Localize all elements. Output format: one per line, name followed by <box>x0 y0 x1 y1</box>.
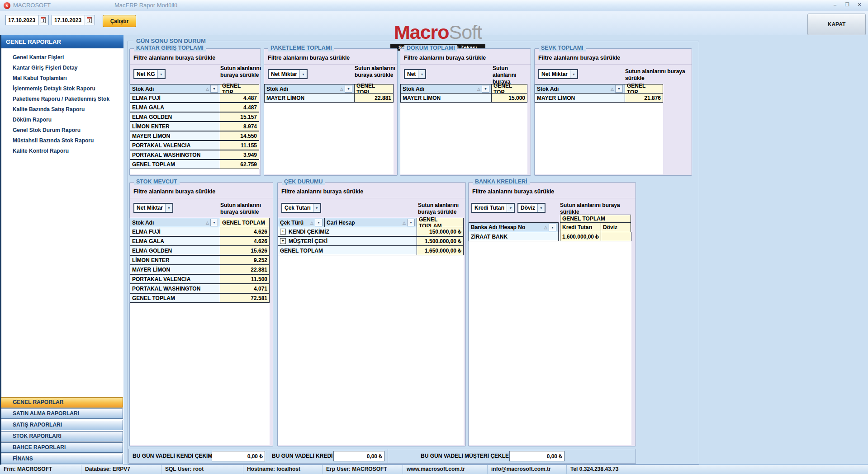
table-row: ELMA GOLDEN 15.157 <box>130 112 259 122</box>
divider <box>388 449 388 463</box>
value-column-header[interactable]: GENEL TOP... <box>625 84 663 94</box>
date-from-input[interactable] <box>7 16 39 25</box>
sub-column-header-kredi[interactable]: Kredi Tutarı <box>560 222 601 232</box>
nav-group-button[interactable]: SATIN ALMA RAPORLARI <box>1 408 123 419</box>
sidebar: GENEL RAPORLAR Genel Kantar Fişleri Kant… <box>1 35 123 465</box>
row-field-header[interactable]: Stok Adı △ ▼ <box>130 218 220 227</box>
filter-chevron-icon[interactable]: ▼ <box>615 85 623 93</box>
footer-input-kendi-cekimiz[interactable] <box>212 451 265 461</box>
row-field-header[interactable]: Stok Adı △ ▼ <box>400 84 492 94</box>
chevron-down-icon[interactable]: ▼ <box>165 204 172 212</box>
column-drop-area[interactable]: Sutun alanlarını buraya sürükle <box>625 68 691 82</box>
sort-icon: △ <box>403 221 406 225</box>
filter-drop-area[interactable]: Filtre alanlarını buraya sürükle <box>472 188 554 195</box>
status-segment: Hostname: localhost <box>243 465 323 474</box>
filter-drop-area[interactable]: Filtre alanlarını buraya sürükle <box>133 55 215 61</box>
expand-icon[interactable]: + <box>280 229 286 235</box>
measure-dropdown-kredi[interactable]: Kredi Tutarı ▼ <box>471 203 515 213</box>
sidebar-item[interactable]: Kantar Giriş Fişleri Detay <box>1 63 123 73</box>
sidebar-item[interactable]: Genel Stok Durum Raporu <box>1 125 123 136</box>
filter-drop-area[interactable]: Filtre alanlarını buraya sürükle <box>268 55 350 61</box>
date-to-field[interactable] <box>52 15 95 25</box>
sidebar-item[interactable]: Döküm Raporu <box>1 115 123 125</box>
value-column-header[interactable]: GENEL TOP... <box>491 84 527 94</box>
report-group-nav: GENEL RAPORLAR SATIN ALMA RAPORLARI SATI… <box>1 396 123 464</box>
filter-chevron-icon[interactable]: ▼ <box>210 219 218 226</box>
filter-chevron-icon[interactable]: ▼ <box>345 85 352 93</box>
row-field-header[interactable]: Stok Adı △ ▼ <box>264 84 355 94</box>
chevron-down-icon[interactable]: ▼ <box>157 70 165 78</box>
panel-sevk-toplami: SEVK TOPLAMI Filtre alanlarını buraya sü… <box>534 45 692 176</box>
measure-dropdown[interactable]: Net Miktar ▼ <box>133 203 173 213</box>
filter-chevron-icon[interactable]: ▼ <box>315 219 323 226</box>
row-field-header-cari-hesap[interactable]: Cari Hesap △ ▼ <box>324 218 417 227</box>
filter-chevron-icon[interactable]: ▼ <box>407 219 415 226</box>
filter-chevron-icon[interactable]: ▼ <box>549 224 556 231</box>
measure-dropdown-doviz[interactable]: Döviz ▼ <box>517 203 545 213</box>
minimize-icon[interactable]: – <box>832 2 838 8</box>
sidebar-item[interactable]: Mal Kabul Toplamları <box>1 73 123 84</box>
nav-group-button[interactable]: GENEL RAPORLAR <box>1 397 123 408</box>
nav-group-button[interactable]: FİNANS <box>1 454 123 464</box>
close-form-button[interactable]: KAPAT <box>807 14 866 35</box>
chevron-down-icon[interactable]: ▼ <box>570 70 577 78</box>
maximize-icon[interactable]: ❐ <box>844 2 850 8</box>
footer-input-kredi[interactable] <box>333 451 384 461</box>
nav-group-button[interactable]: BAHCE RAPORLARI <box>1 442 123 453</box>
filter-drop-area[interactable]: Filtre alanlarını buraya sürükle <box>404 55 486 61</box>
measure-dropdown[interactable]: Çek Tutarı ▼ <box>281 203 321 213</box>
filter-drop-area[interactable]: Filtre alanlarını buraya sürükle <box>538 55 620 61</box>
calendar-button[interactable] <box>85 15 95 25</box>
value-column-header[interactable]: GENEL TOPLAM <box>417 218 464 227</box>
sidebar-item[interactable]: Genel Kantar Fişleri <box>1 52 123 63</box>
sidebar-item[interactable]: Kalite Kontrol Raporu <box>1 146 123 156</box>
sidebar-menu: Genel Kantar Fişleri Kantar Giriş Fişler… <box>1 52 123 156</box>
run-button[interactable]: Çalıştır <box>103 15 136 27</box>
row-field-header[interactable]: Banka Adı /Hesap No △ ▼ <box>469 222 559 232</box>
filter-chevron-icon[interactable]: ▼ <box>210 85 218 93</box>
value-column-header[interactable]: GENEL TOPLAM <box>220 218 270 227</box>
nav-group-button[interactable]: STOK RAPORLARI <box>1 431 123 441</box>
close-icon[interactable]: ✕ <box>856 2 863 8</box>
filter-chevron-icon[interactable]: ▼ <box>482 85 489 93</box>
row-field-header[interactable]: Stok Adı △ ▼ <box>535 84 625 94</box>
column-drop-area[interactable]: Sutun alanlarını buraya sürükle <box>355 65 396 79</box>
sidebar-item[interactable]: Kalite Bazında Satış Raporu <box>1 104 123 115</box>
measure-dropdown[interactable]: Net Miktar ▼ <box>538 69 578 79</box>
filter-drop-area[interactable]: Filtre alanlarını buraya sürükle <box>133 188 215 195</box>
sidebar-item[interactable]: İşlenmemiş Detaylı Stok Raporu <box>1 84 123 94</box>
measure-dropdown[interactable]: Net ▼ <box>404 69 426 79</box>
date-to-input[interactable] <box>53 16 85 25</box>
chevron-down-icon[interactable]: ▼ <box>507 204 514 212</box>
calendar-button[interactable] <box>38 15 48 25</box>
column-drop-area[interactable]: Sutun alanlarını buraya sürükle <box>220 65 262 79</box>
row-field-header[interactable]: Stok Adı △ ▼ <box>130 84 220 94</box>
filter-drop-area[interactable]: Filtre alanlarını buraya sürükle <box>281 188 363 195</box>
chevron-down-icon[interactable]: ▼ <box>299 70 307 78</box>
chevron-down-icon[interactable]: ▼ <box>537 204 545 212</box>
date-from-field[interactable] <box>5 15 49 25</box>
column-drop-area[interactable]: Sutun alanlarını buraya sürükle <box>220 202 266 216</box>
sidebar-header: GENEL RAPORLAR <box>1 35 123 48</box>
measure-dropdown[interactable]: Net KG ▼ <box>133 69 166 79</box>
chevron-down-icon[interactable]: ▼ <box>313 204 320 212</box>
sub-column-header-doviz[interactable]: Döviz <box>601 222 631 232</box>
footer-input-musteri-cekleri[interactable] <box>509 451 564 461</box>
app-title: MACROSOFT <box>13 2 51 9</box>
column-drop-area[interactable]: Sutun alanlarını buraya sürükle <box>560 202 632 216</box>
expand-icon[interactable]: + <box>280 238 286 244</box>
table-row: + MÜŞTERİ ÇEKİ 1.500.000,00 ₺ <box>278 236 464 246</box>
sidebar-item[interactable]: Paketleme Raporu / Paketlenmiş Stok <box>1 94 123 104</box>
table-row: + KENDİ ÇEKİMİZ 150.000,00 ₺ <box>278 227 464 236</box>
sidebar-item[interactable]: Müstahsil Bazında Stok Raporu <box>1 136 123 146</box>
pivot-rows: ELMA FUJİ 4.626 ELMA GALA 4.626 ELMA GOL… <box>130 227 270 303</box>
chevron-down-icon[interactable]: ▼ <box>418 70 425 78</box>
panel-title: BANKA KREDİLERİ <box>473 178 530 185</box>
measure-dropdown[interactable]: Net Miktar ▼ <box>268 69 308 79</box>
value-column-header[interactable]: GENEL TOPL... <box>354 84 394 94</box>
span-column-header[interactable]: GENEL TOPLAM <box>560 215 631 223</box>
value-column-header[interactable]: GENEL TOP... <box>220 84 259 94</box>
column-drop-area[interactable]: Sutun alanlarını buraya sürükle <box>418 202 464 216</box>
row-field-header-cek-turu[interactable]: Çek Türü △ ▼ <box>278 218 325 227</box>
nav-group-button[interactable]: SATIŞ RAPORLARI <box>1 420 123 430</box>
